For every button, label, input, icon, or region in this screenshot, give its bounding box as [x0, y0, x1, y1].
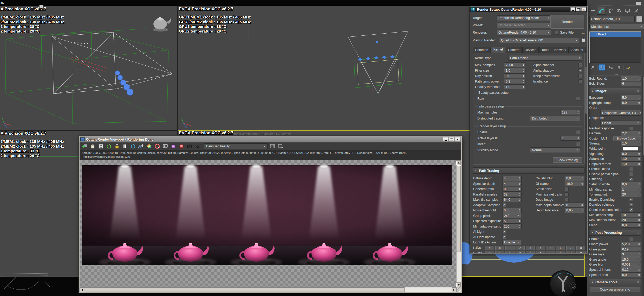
spin-down-icon[interactable] [638, 144, 640, 145]
spin-down-icon[interactable] [638, 79, 640, 80]
tab-modify-icon[interactable] [597, 7, 606, 15]
spin-up-icon[interactable] [638, 224, 640, 225]
linv-button-2[interactable]: 2 [516, 251, 525, 254]
spin-down-icon[interactable] [519, 195, 521, 196]
spinner-arrows[interactable] [638, 96, 640, 99]
spinner-arrows[interactable] [638, 274, 640, 276]
spinner-arrows[interactable] [581, 204, 583, 206]
checkbox-static-noise[interactable] [565, 187, 569, 191]
spinner-arrows[interactable] [638, 158, 640, 160]
spinner-arrows[interactable] [519, 188, 521, 190]
renderer-dropdown[interactable]: OctaneRender 4.00 - 6.10▼ [497, 30, 551, 35]
tab-account[interactable]: Account [569, 47, 586, 53]
spin-up-icon[interactable] [519, 188, 521, 189]
spin-up-icon[interactable] [519, 209, 521, 210]
tab-kernel[interactable]: Kernel [491, 47, 505, 53]
spinner-diffuse-depth[interactable]: 4 [502, 176, 522, 181]
spin-up-icon[interactable] [638, 248, 640, 249]
close-button[interactable]: × [455, 137, 460, 142]
scroll-up-button[interactable] [456, 160, 461, 165]
spinner-min-disp-samp[interactable]: 1 [621, 187, 641, 192]
lid-button-6[interactable]: 6 [556, 246, 565, 250]
spinner-max-depth-samples[interactable]: 8 [565, 203, 584, 207]
spin-up-icon[interactable] [523, 69, 524, 70]
spinner-arrows[interactable] [577, 111, 579, 114]
spin-down-icon[interactable] [638, 190, 640, 191]
spinner-bok-round[interactable]: 1,0 [621, 76, 641, 81]
spin-down-icon[interactable] [577, 138, 579, 140]
spin-up-icon[interactable] [519, 220, 521, 221]
spinner-arrows[interactable] [638, 82, 640, 85]
show-end-result-icon[interactable] [599, 64, 605, 71]
pin-stack-icon[interactable] [589, 65, 596, 70]
spin-up-icon[interactable] [638, 163, 640, 164]
spin-down-icon[interactable] [638, 215, 640, 216]
rendered-image[interactable] [82, 161, 452, 265]
spinner-arrows[interactable] [638, 188, 640, 191]
spin-up-icon[interactable] [638, 268, 640, 269]
spinner-satur-to-white[interactable]: 0,0 [621, 182, 641, 187]
lid-button-s[interactable]: s [485, 246, 494, 250]
spinner-arrows[interactable] [638, 183, 640, 186]
spinner-arrows[interactable] [519, 198, 521, 201]
spin-up-icon[interactable] [638, 158, 640, 159]
spinner-arrows[interactable] [638, 163, 640, 165]
checkbox-denoise-volumes[interactable]: ✔ [629, 203, 633, 207]
maximize-button[interactable] [576, 7, 581, 11]
spinner-arrows[interactable] [638, 219, 640, 221]
spin-up-icon[interactable] [638, 214, 640, 215]
octane-title-bar[interactable]: OctaneRender Viewport - Rendering Done × [80, 136, 461, 142]
spinner-strength[interactable]: 1,0 [621, 141, 641, 146]
spinner-arrows[interactable] [581, 177, 583, 180]
spinner-glare-blur[interactable]: 0,001 [621, 262, 641, 267]
spin-up-icon[interactable] [519, 225, 521, 226]
lid-button-1[interactable]: 1 [505, 246, 515, 250]
spinner-opacity-threshold[interactable]: 1,0 [504, 84, 525, 89]
restart-icon[interactable] [130, 143, 136, 149]
tab-utilities-icon[interactable] [632, 7, 640, 15]
spin-up-icon[interactable] [523, 64, 524, 65]
rollout-imager[interactable]: ▼Imager [589, 88, 641, 94]
tab-common[interactable]: Common [473, 47, 491, 53]
spin-down-icon[interactable] [519, 211, 521, 212]
spinner-coherent-ratio[interactable]: 0,0 [502, 187, 522, 192]
spinner-ray-epsilon[interactable]: 0,0 [504, 73, 525, 78]
spin-down-icon[interactable] [638, 270, 640, 271]
spin-down-icon[interactable] [519, 189, 521, 190]
horizontal-scrollbar[interactable] [80, 287, 457, 292]
spin-up-icon[interactable] [581, 209, 583, 210]
tab-create-icon[interactable] [589, 7, 597, 15]
render-region-icon[interactable] [154, 143, 160, 149]
spinner-arrows[interactable] [581, 182, 583, 185]
checkbox-ai-light[interactable]: ✔ [502, 230, 506, 234]
spin-up-icon[interactable] [638, 253, 640, 254]
spinner-arrows[interactable] [638, 193, 640, 196]
checkbox-alpha-shadow[interactable]: ✔ [578, 68, 582, 72]
tab-devices[interactable]: Devices [522, 47, 538, 53]
spinner-spectral-shift[interactable]: 0,0 [621, 272, 641, 277]
spin-down-icon[interactable] [519, 184, 521, 185]
spinner-glare-rays[interactable]: 3 [621, 252, 641, 257]
spin-down-icon[interactable] [638, 134, 640, 135]
spinner-arrows[interactable] [638, 263, 640, 266]
spin-down-icon[interactable] [638, 244, 640, 245]
button-copy-parameters-to[interactable]: Copy parameters to [590, 287, 640, 292]
spin-up-icon[interactable] [638, 263, 640, 264]
checkbox-denoise-on-completion[interactable]: ✔ [629, 208, 633, 212]
spin-down-icon[interactable] [638, 164, 640, 165]
rollout-camera-tools[interactable]: ▼Camera Tools [589, 279, 641, 285]
spin-down-icon[interactable] [577, 113, 579, 114]
dropdown-response-gamma-lut[interactable]: Response, Gamma, LUT▼ [600, 110, 641, 116]
lid-button-e[interactable]: e [495, 246, 504, 250]
spinner-max-tile-samples[interactable]: 64,0 [502, 197, 522, 202]
preset-dropdown[interactable]: No preset selected▼ [497, 23, 551, 28]
spin-up-icon[interactable] [638, 102, 640, 103]
spinner-max-samples[interactable]: 7000 [504, 62, 525, 67]
spinner-arrows[interactable] [638, 102, 640, 104]
vertical-scroll-thumb[interactable] [456, 165, 461, 251]
spin-up-icon[interactable] [638, 132, 640, 133]
spinner-min-adaptive-sample[interactable]: 256 [502, 224, 522, 229]
spinner-specular-depth[interactable]: 4 [502, 181, 522, 186]
spinner-max-samples[interactable]: 128 [560, 110, 580, 115]
spinner-parallel-samples[interactable]: 32 [502, 192, 522, 197]
